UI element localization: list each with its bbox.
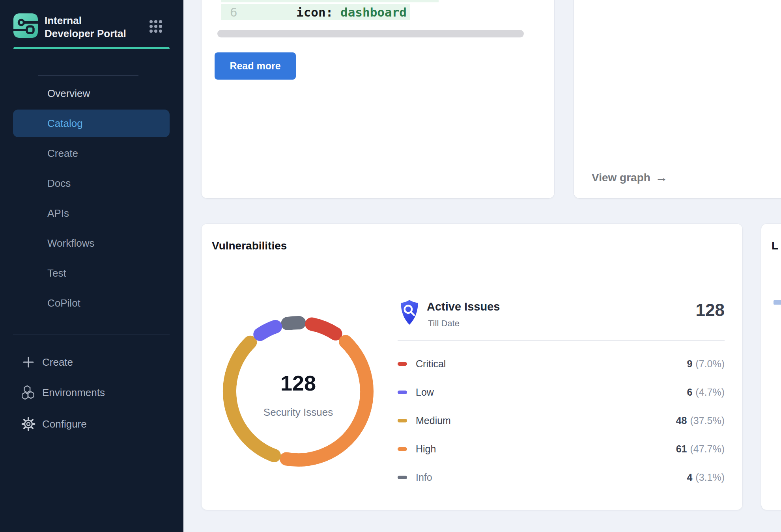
plus-icon [21,355,36,369]
legend-row-info: Info 4(3.1%) [398,469,725,485]
info-value: 4(3.1%) [687,472,725,483]
code-line-6: 6 icon: dashboard [221,4,410,20]
summary-divider [398,340,725,341]
active-issues-total: 128 [696,300,725,320]
security-issues-donut-chart: 128 Security Issues [211,305,385,478]
graph-card: View graph → [574,0,781,198]
arrow-right-icon: → [655,170,668,185]
code-line-partial [221,0,439,2]
active-issues-title: Active Issues [427,300,500,313]
sidebar-configure-button[interactable]: Configure [0,413,183,435]
read-more-button[interactable]: Read more [215,52,296,80]
sidebar-item-workflows[interactable]: Workflows [13,229,170,257]
critical-color-pill [398,362,407,366]
view-graph-link[interactable]: View graph → [592,170,668,185]
sidebar-item-overview[interactable]: Overview [13,80,170,107]
legend-row-low: Low 6(4.7%) [398,384,725,400]
medium-value: 48(37.5%) [676,415,725,426]
gear-icon [21,417,36,431]
sidebar-footer-divider [13,335,170,335]
code-snippet-card: 6 icon: dashboard Read more [202,0,554,198]
donut-segment-info [288,323,299,324]
security-shield-icon [399,299,420,326]
partial-chart-bar [774,300,781,305]
sidebar-create-button[interactable]: Create [0,351,183,373]
partial-right-card: L [761,224,781,510]
donut-segment-high [286,342,367,460]
legend-row-high: High 61(47.7%) [398,441,725,457]
donut-total-value: 128 [211,371,385,395]
horizontal-scrollbar[interactable] [217,30,524,37]
donut-segment-low [260,327,275,335]
portal-logo-icon[interactable] [13,13,38,38]
sidebar-item-create[interactable]: Create [13,140,170,167]
apps-grid-icon[interactable] [148,19,163,34]
high-color-pill [398,447,407,451]
partial-card-title: L [772,240,778,252]
active-issues-subtitle: Till Date [428,318,460,329]
high-value: 61(47.7%) [676,443,725,455]
sidebar-environments-button[interactable]: Environments [0,381,183,404]
donut-segment-medium [230,342,274,456]
sidebar: Internal Developer Portal Overview Catal… [0,0,183,532]
low-value: 6(4.7%) [687,387,725,398]
low-color-pill [398,391,407,394]
medium-color-pill [398,419,407,422]
nav-divider [38,75,138,76]
legend-row-critical: Critical 9(7.0%) [398,356,725,372]
sidebar-item-catalog[interactable]: Catalog [13,110,170,137]
code-text: icon: dashboard [296,5,407,19]
portal-title: Internal Developer Portal [45,14,133,40]
vulnerabilities-title: Vulnerabilities [212,240,287,252]
hexagons-icon [21,385,36,400]
sidebar-item-test[interactable]: Test [13,259,170,287]
brand: Internal Developer Portal [13,13,171,39]
donut-center-label: Security Issues [211,406,385,419]
donut-segment-critical [312,324,335,334]
vulnerabilities-card: Vulnerabilities 128 Security Issues Acti… [202,224,742,510]
code-line-number: 6 [230,5,237,19]
sidebar-accent-underline [13,47,170,49]
sidebar-item-apis[interactable]: APIs [13,199,170,227]
info-color-pill [398,476,407,479]
legend-row-medium: Medium 48(37.5%) [398,413,725,428]
sidebar-item-docs[interactable]: Docs [13,169,170,197]
code-value: dashboard [340,5,407,19]
sidebar-item-copilot[interactable]: CoPilot [13,289,170,317]
critical-value: 9(7.0%) [687,358,725,370]
